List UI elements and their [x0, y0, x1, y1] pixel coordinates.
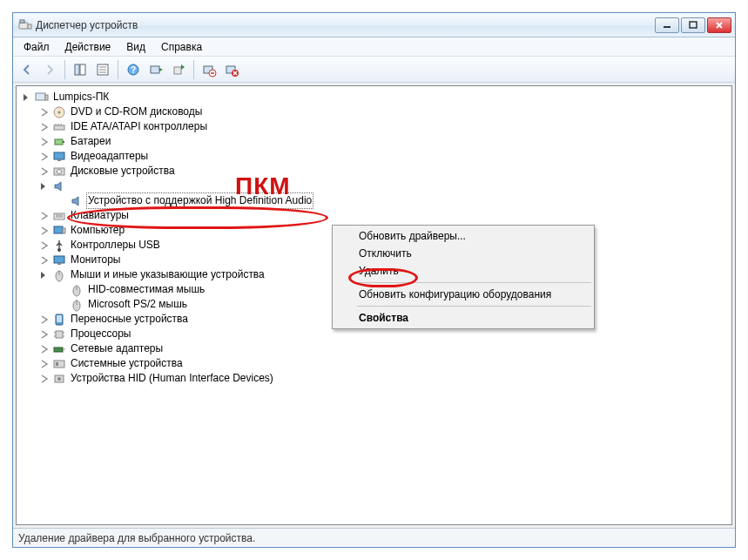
collapse-icon[interactable]: [39, 270, 50, 280]
tree-item[interactable]: Устройства HID (Human Interface Devices): [39, 371, 731, 386]
svg-rect-25: [36, 93, 45, 100]
svg-rect-29: [54, 125, 64, 130]
ctx-separator: [357, 282, 591, 283]
expand-icon[interactable]: [39, 240, 50, 251]
properties-button[interactable]: [92, 59, 113, 80]
ctx-delete[interactable]: Удалить: [334, 262, 592, 280]
statusbar: Удаление драйвера для выбранного устройс…: [13, 528, 735, 547]
show-hide-tree-button[interactable]: [70, 59, 91, 80]
sound-device-icon: [70, 194, 84, 208]
portable-device-icon: [52, 313, 66, 327]
svg-rect-44: [54, 226, 63, 233]
tree-item[interactable]: Системные устройства: [39, 356, 731, 371]
ctx-properties[interactable]: Свойства: [334, 309, 592, 327]
expand-icon[interactable]: [39, 152, 50, 162]
tree-item-hd-audio[interactable]: Устройство с поддержкой High Definition …: [57, 193, 731, 208]
tree-item[interactable]: Сетевые адаптеры: [39, 341, 731, 356]
svg-point-67: [57, 377, 61, 381]
help-button[interactable]: ?: [123, 59, 144, 80]
expand-icon[interactable]: [39, 374, 50, 384]
ctx-refresh-config[interactable]: Обновить конфигурацию оборудования: [334, 286, 592, 303]
svg-rect-7: [75, 64, 79, 75]
ide-controller-icon: [52, 120, 66, 134]
expand-icon[interactable]: [39, 255, 50, 266]
expand-icon[interactable]: [39, 137, 50, 147]
tree-root-label: Lumpics-ПК: [51, 90, 111, 105]
svg-rect-35: [54, 152, 64, 159]
svg-rect-4: [690, 22, 697, 28]
context-menu: Обновить драйверы... Отключить Удалить О…: [332, 225, 595, 329]
app-icon: [18, 18, 32, 32]
menu-view[interactable]: Вид: [119, 39, 152, 55]
maximize-button[interactable]: [681, 17, 705, 33]
svg-text:?: ?: [131, 65, 136, 75]
minimize-button[interactable]: [655, 17, 679, 33]
ctx-disable[interactable]: Отключить: [334, 245, 592, 262]
tree-item[interactable]: Видеоадаптеры: [39, 149, 731, 164]
expand-icon[interactable]: [39, 122, 50, 132]
titlebar: Диспетчер устройств: [13, 13, 735, 37]
svg-rect-33: [55, 139, 63, 145]
expand-icon[interactable]: [39, 211, 50, 221]
hid-device-icon: [52, 372, 66, 386]
ctx-update-drivers[interactable]: Обновить драйверы...: [334, 227, 592, 245]
svg-rect-26: [45, 95, 48, 100]
expand-icon[interactable]: [39, 166, 50, 177]
update-driver-button[interactable]: [168, 59, 189, 80]
close-button[interactable]: [707, 17, 731, 33]
tree-item[interactable]: Клавиатуры: [39, 208, 731, 223]
toolbar: ?: [13, 57, 735, 83]
svg-rect-15: [151, 66, 159, 73]
svg-rect-2: [20, 20, 24, 23]
status-text: Удаление драйвера для выбранного устройс…: [18, 532, 255, 544]
svg-marker-16: [159, 68, 163, 71]
svg-rect-47: [54, 256, 64, 263]
expand-icon[interactable]: [39, 226, 50, 236]
svg-rect-62: [54, 347, 63, 352]
svg-rect-48: [57, 263, 61, 265]
tree-item[interactable]: Дисковые устройства: [39, 164, 731, 179]
svg-rect-8: [80, 64, 85, 75]
ctx-separator: [357, 306, 591, 307]
uninstall-button[interactable]: [199, 59, 219, 80]
svg-point-38: [57, 169, 62, 173]
back-button[interactable]: [17, 59, 37, 80]
monitor-icon: [52, 253, 66, 267]
collapse-icon[interactable]: [39, 181, 50, 192]
expand-icon[interactable]: [39, 314, 50, 325]
menu-action[interactable]: Действие: [58, 39, 118, 55]
menu-file[interactable]: Файл: [17, 39, 57, 55]
tree-item[interactable]: IDE ATA/ATAPI контроллеры: [39, 119, 731, 134]
annotation-pkm-label: ПКМ: [235, 172, 291, 200]
disable-device-button[interactable]: [221, 59, 242, 80]
keyboard-icon: [52, 209, 66, 223]
svg-rect-45: [63, 228, 65, 233]
expand-icon[interactable]: [39, 329, 50, 340]
scan-hardware-button[interactable]: [145, 59, 166, 80]
tree-item-sound[interactable]: Звуковые, видео и игровые устройства Уст…: [39, 179, 731, 208]
expand-icon[interactable]: [39, 344, 50, 354]
expand-icon[interactable]: [39, 107, 50, 118]
menu-help[interactable]: Справка: [154, 39, 209, 55]
network-adapter-icon: [52, 342, 66, 356]
computer-icon: [52, 224, 66, 238]
forward-button[interactable]: [39, 59, 60, 80]
svg-rect-1: [28, 24, 31, 29]
disk-drive-icon: [52, 165, 66, 179]
menubar: Файл Действие Вид Справка: [13, 37, 735, 57]
cpu-icon: [52, 327, 66, 341]
svg-marker-40: [72, 197, 78, 206]
sound-device-icon: [52, 179, 66, 193]
display-adapter-icon: [52, 150, 66, 164]
svg-rect-56: [57, 315, 62, 322]
collapse-icon[interactable]: [22, 92, 32, 103]
expand-icon[interactable]: [39, 359, 50, 369]
tree-item[interactable]: DVD и CD-ROM дисководы: [39, 105, 731, 119]
battery-icon: [52, 135, 66, 149]
tree-item[interactable]: Батареи: [39, 134, 731, 149]
usb-icon: [52, 239, 66, 253]
svg-point-28: [58, 111, 61, 113]
svg-rect-57: [56, 331, 63, 338]
mouse-icon: [52, 268, 66, 282]
svg-point-46: [57, 248, 61, 252]
